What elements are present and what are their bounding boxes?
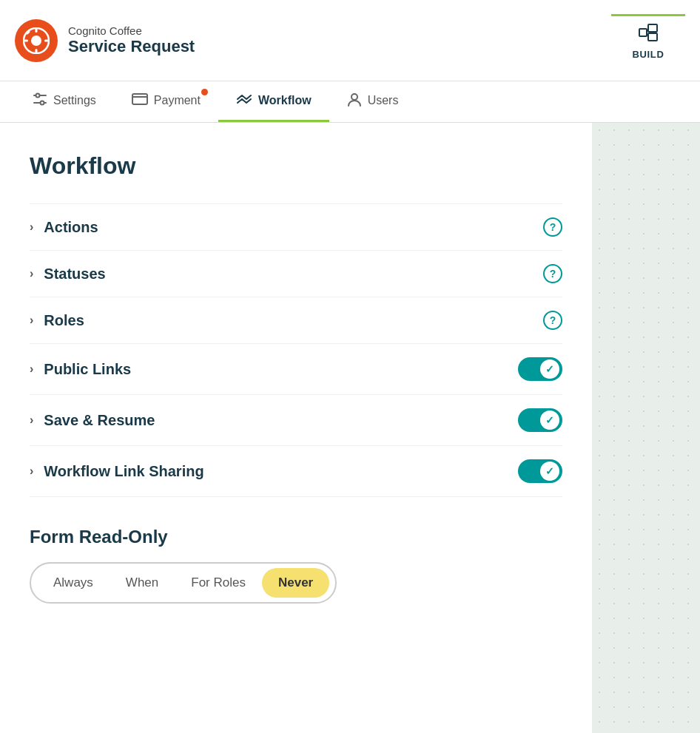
tab-payment-label: Payment	[154, 94, 201, 107]
readonly-option-when[interactable]: When	[110, 568, 175, 598]
toggle-link-sharing[interactable]: ✓	[518, 459, 562, 483]
app-header: Cognito Coffee Service Request BUILD	[0, 0, 700, 81]
svg-rect-2	[36, 28, 38, 33]
app-logo	[15, 19, 58, 62]
toggle-public-links[interactable]: ✓	[518, 357, 562, 381]
workflow-item-roles[interactable]: › Roles ?	[30, 297, 562, 344]
svg-rect-5	[44, 39, 49, 41]
readonly-option-always[interactable]: Always	[37, 568, 110, 598]
form-readonly-title: Form Read-Only	[30, 527, 562, 547]
toggle-knob-save-resume: ✓	[540, 411, 559, 430]
svg-point-13	[41, 101, 44, 104]
svg-rect-3	[36, 49, 38, 53]
chevron-icon-link-sharing: ›	[30, 465, 33, 478]
side-panel	[592, 123, 700, 733]
chevron-icon-save-resume: ›	[30, 413, 33, 427]
tab-users[interactable]: Users	[329, 81, 417, 122]
nav-tabs: Settings Payment Workflow Users	[0, 81, 700, 123]
svg-point-16	[351, 94, 357, 100]
help-icon-roles[interactable]: ?	[543, 311, 562, 330]
toggle-save-resume[interactable]: ✓	[518, 408, 562, 432]
readonly-option-never[interactable]: Never	[262, 568, 329, 598]
users-icon	[347, 92, 362, 110]
header-brand: Cognito Coffee Service Request	[15, 19, 195, 62]
chevron-icon-roles: ›	[30, 314, 33, 327]
build-label: BUILD	[633, 49, 664, 60]
svg-point-11	[36, 93, 40, 97]
payment-notification-dot	[201, 89, 208, 95]
toggle-check-save-resume: ✓	[545, 414, 554, 426]
item-label-statuses: Statuses	[44, 266, 536, 283]
chevron-icon-statuses: ›	[30, 267, 33, 280]
toggle-check-link-sharing: ✓	[545, 465, 554, 477]
chevron-icon-actions: ›	[30, 220, 33, 234]
toggle-knob-public-links: ✓	[540, 359, 559, 379]
tab-users-label: Users	[368, 94, 399, 107]
svg-rect-9	[639, 29, 647, 36]
app-name: Service Request	[68, 37, 195, 56]
item-label-save-resume: Save & Resume	[44, 412, 518, 429]
item-label-roles: Roles	[44, 312, 536, 329]
payment-icon	[132, 93, 148, 109]
header-text: Cognito Coffee Service Request	[68, 24, 195, 56]
workflow-item-statuses[interactable]: › Statuses ?	[30, 251, 562, 297]
svg-rect-8	[648, 33, 657, 41]
svg-rect-7	[648, 24, 657, 32]
form-readonly-section: Form Read-Only Always When For Roles Nev…	[30, 527, 562, 604]
toggle-knob-link-sharing: ✓	[540, 462, 559, 481]
svg-rect-4	[24, 39, 28, 41]
workflow-item-actions[interactable]: › Actions ?	[30, 203, 562, 251]
company-name: Cognito Coffee	[68, 24, 195, 37]
content-panel: Workflow › Actions ? › Statuses ? › Role…	[0, 123, 592, 733]
help-icon-statuses[interactable]: ?	[543, 264, 562, 283]
svg-rect-14	[132, 94, 147, 104]
workflow-icon	[236, 93, 252, 109]
readonly-options: Always When For Roles Never	[30, 562, 337, 604]
readonly-option-for-roles[interactable]: For Roles	[175, 568, 262, 598]
page-title: Workflow	[30, 152, 562, 180]
tab-payment[interactable]: Payment	[114, 81, 218, 122]
tab-settings[interactable]: Settings	[15, 81, 114, 122]
workflow-item-link-sharing[interactable]: › Workflow Link Sharing ✓	[30, 446, 562, 497]
tab-settings-label: Settings	[53, 94, 96, 107]
main-container: Workflow › Actions ? › Statuses ? › Role…	[0, 123, 700, 733]
svg-point-1	[31, 36, 41, 46]
settings-icon	[33, 92, 47, 109]
build-icon	[638, 24, 659, 46]
build-button[interactable]: BUILD	[611, 14, 685, 67]
help-icon-actions[interactable]: ?	[543, 217, 562, 237]
item-label-actions: Actions	[44, 219, 536, 236]
item-label-public-links: Public Links	[44, 361, 518, 378]
tab-workflow-label: Workflow	[258, 94, 312, 107]
toggle-check-public-links: ✓	[545, 363, 554, 375]
chevron-icon-public-links: ›	[30, 362, 33, 376]
tab-workflow[interactable]: Workflow	[218, 81, 329, 122]
item-label-link-sharing: Workflow Link Sharing	[44, 463, 518, 480]
workflow-item-public-links[interactable]: › Public Links ✓	[30, 344, 562, 395]
workflow-item-save-resume[interactable]: › Save & Resume ✓	[30, 395, 562, 446]
